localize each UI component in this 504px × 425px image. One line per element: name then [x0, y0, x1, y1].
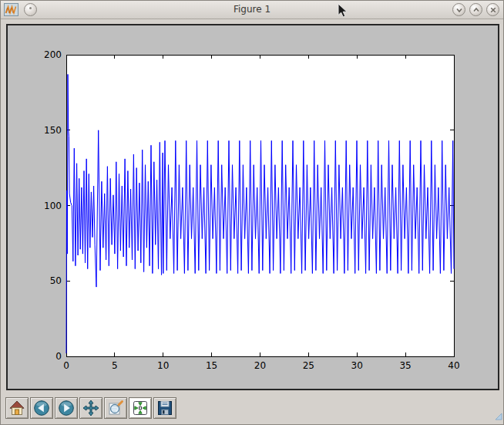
figure-canvas[interactable]: 0510152025303540050100150200: [6, 24, 499, 390]
zoom-button[interactable]: [104, 397, 127, 419]
x-tick-label: 40: [448, 360, 459, 371]
x-tick-label: 30: [351, 360, 363, 371]
save-floppy-icon: [156, 400, 173, 417]
y-tick-label: 200: [44, 49, 62, 60]
close-icon: [488, 5, 499, 15]
x-tick-label: 10: [157, 360, 169, 371]
x-tick-label: 20: [254, 360, 266, 371]
plot-area[interactable]: 0510152025303540050100150200: [8, 25, 498, 389]
subplots-button[interactable]: [129, 397, 152, 419]
configure-subplots-icon: [132, 400, 149, 417]
forward-button[interactable]: [55, 397, 78, 419]
y-tick-label: 100: [44, 201, 62, 211]
x-tick-label: 5: [112, 360, 118, 371]
resize-grip[interactable]: [496, 409, 502, 423]
back-button[interactable]: [30, 397, 53, 419]
chevron-up-icon: [471, 5, 482, 15]
zoom-to-rect-icon: [107, 400, 124, 417]
x-tick-label: 0: [63, 360, 69, 371]
y-tick-label: 150: [44, 125, 62, 136]
home-icon: [8, 400, 25, 417]
x-tick-label: 35: [399, 360, 411, 371]
x-tick-label: 25: [303, 360, 314, 371]
y-tick-label: 50: [50, 275, 62, 286]
maximize-button[interactable]: [469, 3, 482, 16]
forward-arrow-icon: [58, 400, 75, 417]
y-tick-label: 0: [55, 351, 62, 362]
save-button[interactable]: [153, 397, 176, 419]
home-button[interactable]: [5, 397, 29, 419]
x-tick-label: 15: [206, 360, 217, 371]
figure-window: Figure 1 051015202530354005010015020: [0, 0, 504, 425]
pan-arrows-icon: [82, 400, 99, 417]
pan-button[interactable]: [79, 397, 102, 419]
close-button[interactable]: [486, 3, 499, 16]
window-title: Figure 1: [1, 4, 503, 15]
titlebar[interactable]: Figure 1: [1, 1, 503, 19]
shade-button[interactable]: [452, 3, 465, 16]
back-arrow-icon: [33, 400, 50, 417]
navigation-toolbar: [1, 391, 503, 424]
chevron-down-icon: [454, 5, 465, 15]
